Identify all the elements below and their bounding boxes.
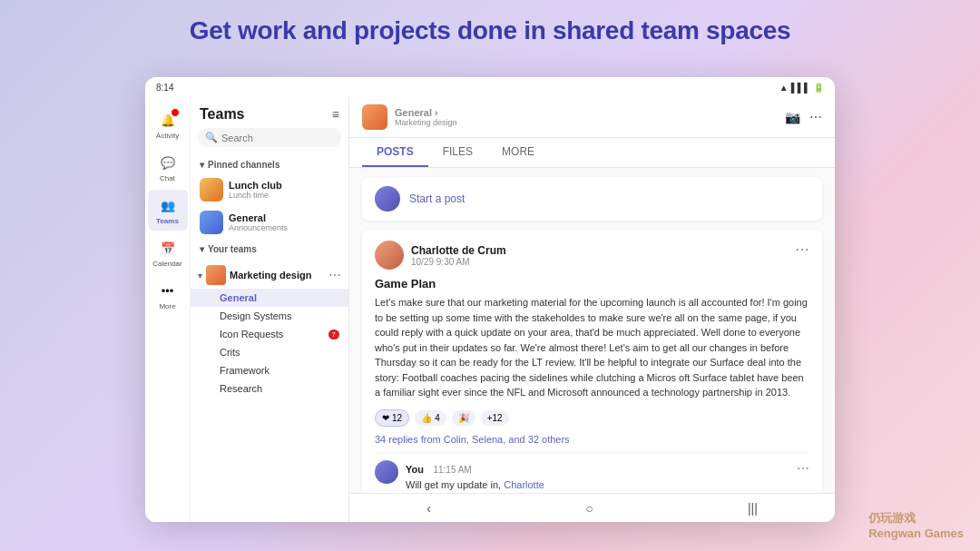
calendar-icon: 📅 <box>158 238 178 258</box>
replies-link[interactable]: 34 replies from Colin, Selena, and 32 ot… <box>375 434 809 445</box>
reply-box: You 11:15 AM ⋯ Will get my update in, Ch… <box>375 452 809 490</box>
nav-item-teams[interactable]: 👥 Teams <box>148 190 188 231</box>
channel-lunch-club[interactable]: Lunch club Lunch time <box>191 173 348 206</box>
channel-design-systems[interactable]: Design Systems <box>191 307 348 325</box>
recents-button[interactable]: ||| <box>748 501 758 516</box>
general-pinned-info: General Announcements <box>229 212 288 232</box>
message-meta: Charlotte de Crum 10/29 9:30 AM <box>411 244 506 267</box>
search-input[interactable] <box>221 133 347 143</box>
reply-avatar <box>375 460 398 484</box>
nav-label-chat: Chat <box>160 174 175 182</box>
message-header: Charlotte de Crum 10/29 9:30 AM ⋯ <box>375 241 809 270</box>
lunch-club-sub: Lunch time <box>229 191 282 200</box>
reply-time: 11:15 AM <box>433 465 471 475</box>
reply-meta: You 11:15 AM ⋯ <box>406 460 809 477</box>
sidebar-search-container[interactable]: 🔍 🎤 <box>198 128 341 147</box>
message-body: Let's make sure that our marketing mater… <box>375 295 809 400</box>
heart-count: 12 <box>392 413 402 423</box>
tada-emoji: 🎉 <box>458 413 469 423</box>
channel-header: General › Marketing design 📷 ⋯ <box>349 97 835 138</box>
channel-general-pinned[interactable]: General Announcements <box>191 206 348 239</box>
channel-research[interactable]: Research <box>191 379 348 398</box>
start-post-text: Start a post <box>409 192 465 205</box>
tab-files[interactable]: FILES <box>428 138 487 167</box>
device-frame: 8:14 ▲ ▌▌▌ 🔋 🔔 Activity 💬 Chat 👥 Teams 📅 <box>145 77 835 522</box>
thumbs-emoji: 👍 <box>421 413 432 423</box>
video-icon[interactable]: 📷 <box>785 110 800 124</box>
lunch-club-info: Lunch club Lunch time <box>229 180 282 200</box>
channel-header-sub: Marketing design <box>395 118 457 127</box>
channel-header-left: General › Marketing design <box>362 104 457 130</box>
bottom-nav: ‹ ○ ||| <box>349 493 835 522</box>
team-more-icon[interactable]: ⋯ <box>328 268 341 282</box>
message-time: 10/29 9:30 AM <box>411 257 506 267</box>
message-overflow-icon[interactable]: ⋯ <box>795 241 809 258</box>
message-card-gameplan: Charlotte de Crum 10/29 9:30 AM ⋯ Game P… <box>362 230 822 493</box>
nav-label-activity: Activity <box>156 132 179 140</box>
lunch-club-name: Lunch club <box>229 180 282 191</box>
reaction-heart[interactable]: ❤ 12 <box>375 409 409 427</box>
channel-crits[interactable]: Crits <box>191 343 348 361</box>
activity-icon: 🔔 <box>158 110 178 130</box>
reaction-tada[interactable]: 🎉 <box>452 410 475 426</box>
sidebar-header: Teams ≡ <box>191 97 348 128</box>
channel-framework[interactable]: Framework <box>191 361 348 379</box>
posts-area: Start a post Charlotte de Crum 10/29 9:3… <box>349 168 835 493</box>
channel-header-actions: 📷 ⋯ <box>785 110 822 124</box>
reply-mention: Charlotte <box>504 479 544 490</box>
reaction-more[interactable]: +12 <box>481 410 509 426</box>
channel-header-name: General › <box>395 107 457 118</box>
nav-icons: 🔔 Activity 💬 Chat 👥 Teams 📅 Calendar •••… <box>145 97 191 522</box>
icon-requests-badge: 7 <box>328 330 339 339</box>
status-time: 8:14 <box>156 83 173 93</box>
nav-label-teams: Teams <box>156 217 179 225</box>
app-body: 🔔 Activity 💬 Chat 👥 Teams 📅 Calendar •••… <box>145 97 835 522</box>
watermark: 仍玩游戏Rengwan Games <box>868 510 964 540</box>
page-headline: Get work and projects done in shared tea… <box>0 16 980 45</box>
tab-more[interactable]: MORE <box>487 138 549 167</box>
message-author-avatar <box>375 241 404 270</box>
channel-icon-requests[interactable]: Icon Requests 7 <box>191 325 348 343</box>
nav-item-more[interactable]: ••• More <box>148 275 188 316</box>
reply-overflow-icon[interactable]: ⋯ <box>797 461 809 476</box>
pinned-channels-label: Pinned channels <box>191 154 348 173</box>
channel-header-info: General › Marketing design <box>395 107 457 127</box>
more-icon: ••• <box>158 280 178 300</box>
status-bar: 8:14 ▲ ▌▌▌ 🔋 <box>145 77 835 97</box>
start-post-box[interactable]: Start a post <box>362 177 822 221</box>
tabs: POSTS FILES MORE <box>349 138 835 168</box>
main-content: General › Marketing design 📷 ⋯ POSTS FIL… <box>349 97 835 522</box>
channel-general-team[interactable]: General <box>191 289 348 307</box>
team-header-marketing[interactable]: ▾ Marketing design ⋯ <box>191 261 348 289</box>
team-marketing-design: ▾ Marketing design ⋯ General Design Syst… <box>191 261 348 398</box>
thumbs-count: 4 <box>435 413 440 423</box>
team-name-marketing: Marketing design <box>230 270 325 280</box>
nav-item-chat[interactable]: 💬 Chat <box>148 147 188 188</box>
tab-posts[interactable]: POSTS <box>362 138 428 167</box>
teams-icon: 👥 <box>158 195 178 215</box>
reply-content: You 11:15 AM ⋯ Will get my update in, Ch… <box>406 460 809 490</box>
home-button[interactable]: ○ <box>585 501 593 516</box>
back-button[interactable]: ‹ <box>426 501 431 516</box>
team-icon-marketing <box>206 265 226 285</box>
nav-label-calendar: Calendar <box>152 260 181 268</box>
nav-item-calendar[interactable]: 📅 Calendar <box>148 232 188 273</box>
general-pinned-avatar <box>200 211 223 234</box>
message-header-left: Charlotte de Crum 10/29 9:30 AM <box>375 241 506 270</box>
signal-icon: ▌▌▌ <box>791 83 810 93</box>
reaction-thumbs[interactable]: 👍 4 <box>415 410 446 426</box>
overflow-icon[interactable]: ⋯ <box>809 110 822 124</box>
message-title: Game Plan <box>375 277 809 290</box>
your-teams-label: Your teams <box>191 239 348 258</box>
nav-item-activity[interactable]: 🔔 Activity <box>148 104 188 145</box>
current-user-avatar <box>375 186 400 212</box>
filter-icon[interactable]: ≡ <box>332 107 339 122</box>
channel-chevron: › <box>435 107 438 118</box>
more-reactions-text: +12 <box>487 413 503 423</box>
reply-author-info: You 11:15 AM <box>406 460 472 477</box>
message-author: Charlotte de Crum <box>411 244 506 257</box>
heart-emoji: ❤ <box>382 413 389 423</box>
lunch-club-avatar <box>200 178 223 202</box>
status-icons: ▲ ▌▌▌ 🔋 <box>779 83 824 93</box>
channel-name-text: General <box>395 107 432 118</box>
